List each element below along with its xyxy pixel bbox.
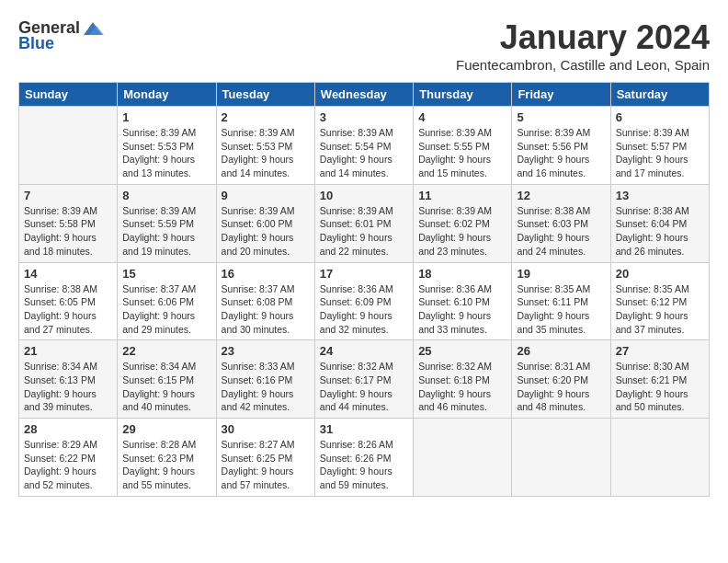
cell-info-text: Sunrise: 8:28 AMSunset: 6:23 PMDaylight:… xyxy=(122,438,210,492)
cell-info-text: Sunrise: 8:39 AMSunset: 5:53 PMDaylight:… xyxy=(122,126,210,180)
cell-info-text: Sunrise: 8:39 AMSunset: 5:56 PMDaylight:… xyxy=(517,126,605,180)
cell-info-text: Sunrise: 8:36 AMSunset: 6:09 PMDaylight:… xyxy=(320,282,408,337)
calendar-day-11: 11Sunrise: 8:39 AMSunset: 6:02 PMDayligh… xyxy=(414,184,512,262)
calendar-day-9: 9Sunrise: 8:39 AMSunset: 6:00 PMDaylight… xyxy=(216,184,314,262)
cell-info-text: Sunrise: 8:32 AMSunset: 6:18 PMDaylight:… xyxy=(418,360,506,414)
cell-info-text: Sunrise: 8:39 AMSunset: 5:55 PMDaylight:… xyxy=(418,126,506,180)
col-header-friday: Friday xyxy=(512,83,610,107)
col-header-tuesday: Tuesday xyxy=(216,83,314,107)
cell-info-text: Sunrise: 8:39 AMSunset: 5:58 PMDaylight:… xyxy=(24,204,112,259)
cell-date-number: 3 xyxy=(320,110,408,124)
page-header: General Blue January 2024 Fuentecambron,… xyxy=(18,18,710,73)
col-header-thursday: Thursday xyxy=(414,83,512,107)
cell-date-number: 11 xyxy=(418,189,506,202)
cell-date-number: 24 xyxy=(320,344,408,358)
calendar-day-28: 28Sunrise: 8:29 AMSunset: 6:22 PMDayligh… xyxy=(19,419,118,497)
calendar-day-1: 1Sunrise: 8:39 AMSunset: 5:53 PMDaylight… xyxy=(118,107,216,185)
col-header-wednesday: Wednesday xyxy=(314,83,413,107)
calendar-empty-cell xyxy=(19,107,118,185)
calendar-week-row: 14Sunrise: 8:38 AMSunset: 6:05 PMDayligh… xyxy=(19,262,710,340)
calendar-day-17: 17Sunrise: 8:36 AMSunset: 6:09 PMDayligh… xyxy=(314,262,413,340)
calendar-day-6: 6Sunrise: 8:39 AMSunset: 5:57 PMDaylight… xyxy=(610,107,709,185)
calendar-day-4: 4Sunrise: 8:39 AMSunset: 5:55 PMDaylight… xyxy=(414,107,512,185)
cell-date-number: 21 xyxy=(24,344,112,358)
cell-info-text: Sunrise: 8:34 AMSunset: 6:13 PMDaylight:… xyxy=(24,360,112,414)
cell-date-number: 26 xyxy=(517,344,605,358)
cell-info-text: Sunrise: 8:39 AMSunset: 6:02 PMDaylight:… xyxy=(418,204,506,259)
cell-info-text: Sunrise: 8:27 AMSunset: 6:25 PMDaylight:… xyxy=(222,438,310,492)
calendar-week-row: 1Sunrise: 8:39 AMSunset: 5:53 PMDaylight… xyxy=(19,107,710,185)
calendar-day-30: 30Sunrise: 8:27 AMSunset: 6:25 PMDayligh… xyxy=(216,419,314,497)
calendar-day-20: 20Sunrise: 8:35 AMSunset: 6:12 PMDayligh… xyxy=(610,262,709,340)
cell-info-text: Sunrise: 8:39 AMSunset: 6:00 PMDaylight:… xyxy=(222,204,310,259)
calendar-week-row: 7Sunrise: 8:39 AMSunset: 5:58 PMDaylight… xyxy=(19,184,710,262)
cell-date-number: 25 xyxy=(418,344,506,358)
cell-info-text: Sunrise: 8:35 AMSunset: 6:12 PMDaylight:… xyxy=(616,282,704,337)
calendar-empty-cell xyxy=(512,419,610,497)
calendar-day-21: 21Sunrise: 8:34 AMSunset: 6:13 PMDayligh… xyxy=(19,340,118,419)
cell-date-number: 6 xyxy=(616,110,704,124)
cell-date-number: 9 xyxy=(222,189,310,202)
calendar-day-8: 8Sunrise: 8:39 AMSunset: 5:59 PMDaylight… xyxy=(118,184,216,262)
cell-date-number: 2 xyxy=(222,110,310,124)
calendar-day-29: 29Sunrise: 8:28 AMSunset: 6:23 PMDayligh… xyxy=(118,419,216,497)
cell-date-number: 12 xyxy=(517,189,605,202)
calendar-header-row: SundayMondayTuesdayWednesdayThursdayFrid… xyxy=(19,83,710,107)
cell-date-number: 22 xyxy=(122,344,210,358)
calendar-day-7: 7Sunrise: 8:39 AMSunset: 5:58 PMDaylight… xyxy=(19,184,118,262)
cell-info-text: Sunrise: 8:39 AMSunset: 5:57 PMDaylight:… xyxy=(616,126,704,180)
cell-info-text: Sunrise: 8:26 AMSunset: 6:26 PMDaylight:… xyxy=(320,438,408,492)
calendar-day-10: 10Sunrise: 8:39 AMSunset: 6:01 PMDayligh… xyxy=(314,184,413,262)
cell-date-number: 27 xyxy=(616,344,704,358)
calendar-empty-cell xyxy=(414,419,512,497)
cell-date-number: 16 xyxy=(222,267,310,281)
cell-info-text: Sunrise: 8:30 AMSunset: 6:21 PMDaylight:… xyxy=(616,360,704,414)
calendar-day-24: 24Sunrise: 8:32 AMSunset: 6:17 PMDayligh… xyxy=(314,340,413,419)
calendar-day-31: 31Sunrise: 8:26 AMSunset: 6:26 PMDayligh… xyxy=(314,419,413,497)
cell-date-number: 18 xyxy=(418,267,506,281)
calendar-day-14: 14Sunrise: 8:38 AMSunset: 6:05 PMDayligh… xyxy=(19,262,118,340)
calendar-day-15: 15Sunrise: 8:37 AMSunset: 6:06 PMDayligh… xyxy=(118,262,216,340)
cell-info-text: Sunrise: 8:32 AMSunset: 6:17 PMDaylight:… xyxy=(320,360,408,414)
cell-info-text: Sunrise: 8:36 AMSunset: 6:10 PMDaylight:… xyxy=(418,282,506,337)
calendar-day-22: 22Sunrise: 8:34 AMSunset: 6:15 PMDayligh… xyxy=(118,340,216,419)
cell-info-text: Sunrise: 8:38 AMSunset: 6:04 PMDaylight:… xyxy=(616,204,704,259)
cell-date-number: 13 xyxy=(616,189,704,202)
calendar-day-16: 16Sunrise: 8:37 AMSunset: 6:08 PMDayligh… xyxy=(216,262,314,340)
cell-info-text: Sunrise: 8:37 AMSunset: 6:08 PMDaylight:… xyxy=(222,282,310,337)
cell-date-number: 20 xyxy=(616,267,704,281)
cell-date-number: 17 xyxy=(320,267,408,281)
cell-info-text: Sunrise: 8:39 AMSunset: 5:53 PMDaylight:… xyxy=(222,126,310,180)
calendar-week-row: 28Sunrise: 8:29 AMSunset: 6:22 PMDayligh… xyxy=(19,419,710,497)
cell-info-text: Sunrise: 8:31 AMSunset: 6:20 PMDaylight:… xyxy=(517,360,605,414)
calendar-empty-cell xyxy=(610,419,709,497)
cell-info-text: Sunrise: 8:38 AMSunset: 6:05 PMDaylight:… xyxy=(24,282,112,337)
calendar-day-13: 13Sunrise: 8:38 AMSunset: 6:04 PMDayligh… xyxy=(610,184,709,262)
cell-info-text: Sunrise: 8:35 AMSunset: 6:11 PMDaylight:… xyxy=(517,282,605,337)
col-header-monday: Monday xyxy=(118,83,216,107)
cell-date-number: 31 xyxy=(320,422,408,436)
cell-date-number: 28 xyxy=(24,422,112,436)
col-header-sunday: Sunday xyxy=(19,83,118,107)
cell-date-number: 5 xyxy=(517,110,605,124)
cell-info-text: Sunrise: 8:39 AMSunset: 5:54 PMDaylight:… xyxy=(320,126,408,180)
calendar-day-23: 23Sunrise: 8:33 AMSunset: 6:16 PMDayligh… xyxy=(216,340,314,419)
cell-info-text: Sunrise: 8:37 AMSunset: 6:06 PMDaylight:… xyxy=(122,282,210,337)
cell-info-text: Sunrise: 8:29 AMSunset: 6:22 PMDaylight:… xyxy=(24,438,112,492)
logo-blue: Blue xyxy=(18,34,54,53)
calendar-day-2: 2Sunrise: 8:39 AMSunset: 5:53 PMDaylight… xyxy=(216,107,314,185)
cell-date-number: 19 xyxy=(517,267,605,281)
cell-info-text: Sunrise: 8:39 AMSunset: 5:59 PMDaylight:… xyxy=(122,204,210,259)
calendar-day-26: 26Sunrise: 8:31 AMSunset: 6:20 PMDayligh… xyxy=(512,340,610,419)
cell-date-number: 8 xyxy=(122,189,210,202)
cell-date-number: 30 xyxy=(222,422,310,436)
calendar-day-25: 25Sunrise: 8:32 AMSunset: 6:18 PMDayligh… xyxy=(414,340,512,419)
cell-date-number: 23 xyxy=(222,344,310,358)
cell-date-number: 29 xyxy=(122,422,210,436)
col-header-saturday: Saturday xyxy=(610,83,709,107)
cell-date-number: 7 xyxy=(24,189,112,202)
location: Fuentecambron, Castille and Leon, Spain xyxy=(456,57,710,73)
cell-info-text: Sunrise: 8:39 AMSunset: 6:01 PMDaylight:… xyxy=(320,204,408,259)
logo: General Blue xyxy=(18,18,104,53)
cell-date-number: 4 xyxy=(418,110,506,124)
